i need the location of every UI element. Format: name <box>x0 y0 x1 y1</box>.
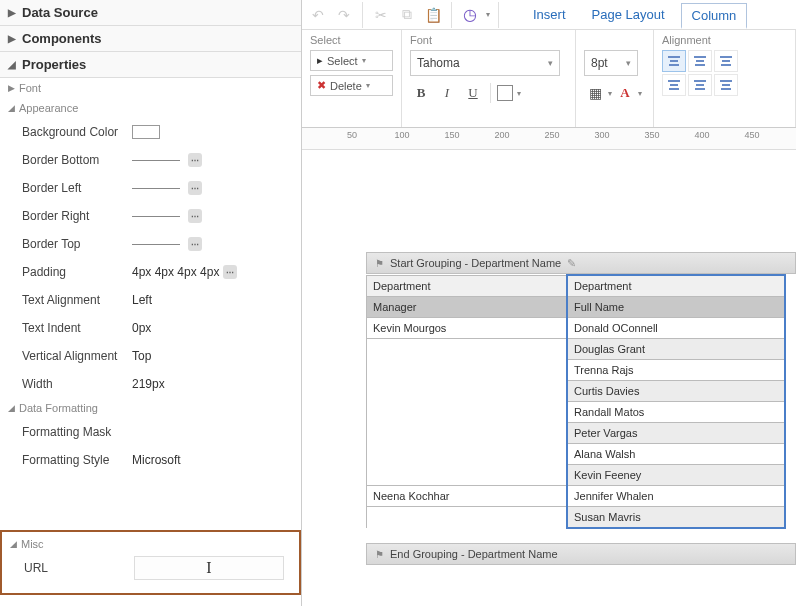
cell-manager[interactable] <box>367 507 568 529</box>
section-label: Data Source <box>22 5 98 20</box>
group-label: Data Formatting <box>19 402 98 414</box>
underline-button[interactable]: U <box>462 82 484 104</box>
edit-icon[interactable]: ⋯ <box>223 265 237 279</box>
select-button[interactable]: ▸Select▾ <box>310 50 393 71</box>
prop-text-alignment[interactable]: Text AlignmentLeft <box>0 286 301 314</box>
group-end-bar[interactable]: ⚑End Grouping - Department Name <box>366 543 796 565</box>
cell-fullname[interactable]: Douglas Grant <box>567 339 785 360</box>
align-top-right[interactable] <box>714 50 738 72</box>
cell-fullname[interactable]: Jennifer Whalen <box>567 486 785 507</box>
cell-manager[interactable] <box>367 402 568 423</box>
chevron-down-icon: ◢ <box>8 103 15 113</box>
delete-button[interactable]: ✖Delete▾ <box>310 75 393 96</box>
bold-button[interactable]: B <box>410 82 432 104</box>
border-preview <box>132 160 180 161</box>
url-input[interactable]: I <box>134 556 284 580</box>
align-mid-center[interactable] <box>688 74 712 96</box>
fill-color-button[interactable]: ▦ <box>584 82 606 104</box>
prop-vertical-alignment[interactable]: Vertical AlignmentTop <box>0 342 301 370</box>
cell-manager[interactable] <box>367 360 568 381</box>
cell-manager[interactable] <box>367 423 568 444</box>
design-canvas[interactable]: ⚑Start Grouping - Department Name✎ Depar… <box>302 150 796 606</box>
cell-manager[interactable] <box>367 339 568 360</box>
cell-fullname[interactable]: Alana Walsh <box>567 444 785 465</box>
border-preview <box>132 188 180 189</box>
separator <box>362 2 363 28</box>
font-color-button[interactable]: A <box>614 82 636 104</box>
align-mid-left[interactable] <box>662 74 686 96</box>
section-label: Components <box>22 31 101 46</box>
field-header-selected[interactable]: Full Name <box>567 297 785 318</box>
align-top-left[interactable] <box>662 50 686 72</box>
cell-manager[interactable]: Neena Kochhar <box>367 486 568 507</box>
align-top-center[interactable] <box>688 50 712 72</box>
group-appearance[interactable]: ◢Appearance <box>0 98 301 118</box>
group-misc[interactable]: ◢Misc <box>2 532 299 554</box>
ribbon-font: Font Tahoma▾ B I U ▾ <box>402 30 576 127</box>
pencil-icon[interactable]: ✎ <box>567 257 576 270</box>
prop-formatting-style[interactable]: Formatting StyleMicrosoft <box>0 446 301 474</box>
prop-border-top[interactable]: Border Top⋯ <box>0 230 301 258</box>
paste-icon[interactable]: 📋 <box>423 4 443 26</box>
section-label: Properties <box>22 57 86 72</box>
flag-icon: ⚑ <box>375 258 384 269</box>
italic-button[interactable]: I <box>436 82 458 104</box>
prop-formatting-mask[interactable]: Formatting Mask <box>0 418 301 446</box>
edit-icon[interactable]: ⋯ <box>188 237 202 251</box>
edit-icon[interactable]: ⋯ <box>188 181 202 195</box>
chevron-right-icon: ▶ <box>8 83 15 93</box>
prop-text-indent[interactable]: Text Indent0px <box>0 314 301 342</box>
cell-fullname[interactable]: Curtis Davies <box>567 381 785 402</box>
ribbon-title: Font <box>410 34 567 46</box>
field-header[interactable]: Manager <box>367 297 568 318</box>
cell-fullname[interactable]: Randall Matos <box>567 402 785 423</box>
group-data-formatting[interactable]: ◢Data Formatting <box>0 398 301 418</box>
font-family-combo[interactable]: Tahoma▾ <box>410 50 560 76</box>
clock-icon[interactable]: ◷ <box>460 4 480 26</box>
color-swatch[interactable] <box>132 125 160 139</box>
prop-padding[interactable]: Padding4px 4px 4px 4px ⋯ <box>0 258 301 286</box>
cell-fullname[interactable]: Peter Vargas <box>567 423 785 444</box>
misc-highlight: ◢Misc URL I <box>0 530 301 595</box>
ribbon-alignment: Alignment <box>654 30 796 127</box>
align-mid-right[interactable] <box>714 74 738 96</box>
cell-manager[interactable] <box>367 465 568 486</box>
cell-fullname[interactable]: Trenna Rajs <box>567 360 785 381</box>
group-font[interactable]: ▶Font <box>0 78 301 98</box>
group-label: Misc <box>21 538 44 550</box>
col-header[interactable]: Department <box>367 275 568 297</box>
cell-fullname[interactable]: Kevin Feeney <box>567 465 785 486</box>
border-button[interactable] <box>497 85 513 101</box>
font-size-combo[interactable]: 8pt▾ <box>584 50 638 76</box>
chevron-down-icon: ◢ <box>8 403 15 413</box>
cell-manager[interactable] <box>367 444 568 465</box>
chevron-right-icon: ▶ <box>8 7 16 18</box>
prop-url[interactable]: URL I <box>2 554 299 582</box>
separator <box>498 2 499 28</box>
prop-border-bottom[interactable]: Border Bottom⋯ <box>0 146 301 174</box>
edit-icon[interactable]: ⋯ <box>188 209 202 223</box>
redo-icon[interactable]: ↷ <box>334 4 354 26</box>
prop-background-color[interactable]: Background Color <box>0 118 301 146</box>
group-start-bar[interactable]: ⚑Start Grouping - Department Name✎ <box>366 252 796 274</box>
cell-manager[interactable] <box>367 381 568 402</box>
tab-page-layout[interactable]: Page Layout <box>582 3 675 26</box>
prop-width[interactable]: Width219px <box>0 370 301 398</box>
col-header-selected[interactable]: Department <box>567 275 785 297</box>
edit-icon[interactable]: ⋯ <box>188 153 202 167</box>
undo-icon[interactable]: ↶ <box>308 4 328 26</box>
group-label: Appearance <box>19 102 78 114</box>
cell-fullname[interactable]: Susan Mavris <box>567 507 785 529</box>
cell-manager[interactable]: Kevin Mourgos <box>367 318 568 339</box>
section-data-source[interactable]: ▶Data Source <box>0 0 301 26</box>
separator <box>451 2 452 28</box>
section-properties[interactable]: ◢Properties <box>0 52 301 78</box>
prop-border-left[interactable]: Border Left⋯ <box>0 174 301 202</box>
tab-column[interactable]: Column <box>681 3 748 29</box>
prop-border-right[interactable]: Border Right⋯ <box>0 202 301 230</box>
cut-icon[interactable]: ✂ <box>371 4 391 26</box>
tab-insert[interactable]: Insert <box>523 3 576 26</box>
cell-fullname[interactable]: Donald OConnell <box>567 318 785 339</box>
section-components[interactable]: ▶Components <box>0 26 301 52</box>
copy-icon[interactable]: ⧉ <box>397 4 417 26</box>
